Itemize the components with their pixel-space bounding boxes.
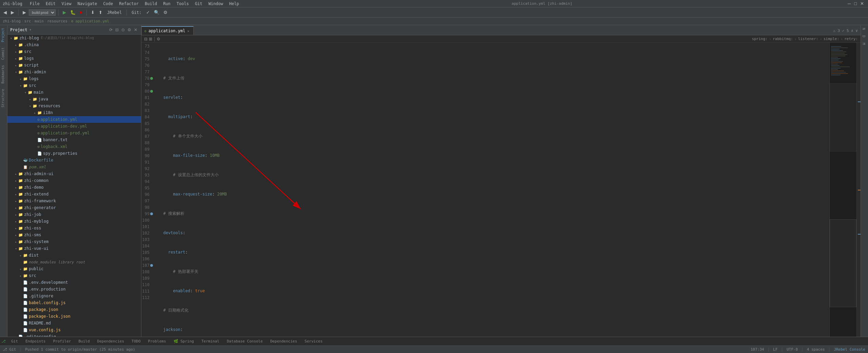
- run-button[interactable]: ▶: [61, 9, 67, 16]
- tree-item-pom-xml[interactable]: 📋 pom.xml: [7, 164, 141, 170]
- tree-item-application-dev-yml[interactable]: ⚙ application-dev.yml: [7, 123, 141, 130]
- menu-tools[interactable]: Tools: [174, 1, 192, 7]
- tree-item-admin-resources[interactable]: ▾ 📁 resources: [7, 103, 141, 109]
- tree-item-package-json[interactable]: 📄 package.json: [7, 306, 141, 313]
- tree-item-zhi-oss[interactable]: ▸ 📁 zhi-oss: [7, 225, 141, 231]
- tree-item-zhi-demo[interactable]: ▸ 📁 zhi-demo: [7, 184, 141, 191]
- tree-item-zhi-framework[interactable]: ▸ 📁 zhi-framework: [7, 198, 141, 204]
- menu-view[interactable]: View: [59, 1, 74, 7]
- tab-application-yml[interactable]: ⚙ application.yml ✕: [141, 26, 194, 35]
- menu-refactor[interactable]: Refactor: [116, 1, 141, 7]
- search-button[interactable]: 🔍: [153, 9, 161, 16]
- tree-item-admin-src[interactable]: ▾ 📁 src: [7, 82, 141, 89]
- back-button[interactable]: ◀: [2, 9, 8, 16]
- menu-build[interactable]: Build: [142, 1, 160, 7]
- struct-rabbitmq[interactable]: rabbitmq:: [773, 37, 793, 41]
- vtab-notifications[interactable]: N: [861, 25, 868, 33]
- tree-item-zhi-myblog[interactable]: ▸ 📁 zhi-myblog: [7, 218, 141, 225]
- build-config-select[interactable]: build:prod: [29, 10, 56, 16]
- menu-window[interactable]: Window: [206, 1, 226, 7]
- tab-close-icon[interactable]: ✕: [187, 29, 189, 33]
- ed-settings-button[interactable]: ⚙: [157, 37, 160, 41]
- tree-item-zhi-admin[interactable]: ▾ 📁 zhi-admin: [7, 69, 141, 75]
- tree-item-package-lock[interactable]: 📄 package-lock.json: [7, 313, 141, 320]
- menu-git[interactable]: Git: [192, 1, 205, 7]
- vtab-bookmarks[interactable]: Bookmarks: [0, 62, 7, 86]
- tree-item-dockerfile[interactable]: 🐳 Dockerfile: [7, 157, 141, 164]
- tree-item-src-root[interactable]: ▸ 📁 src: [7, 48, 141, 55]
- bottom-tab-build[interactable]: Build: [75, 338, 93, 345]
- bottom-tab-terminal[interactable]: Terminal: [198, 338, 223, 345]
- bottom-tab-db-console[interactable]: Database Console: [223, 338, 266, 345]
- bottom-tab-endpoints[interactable]: Endpoints: [22, 338, 49, 345]
- run-config-button[interactable]: ▶: [21, 9, 27, 16]
- tree-item-admin-logs[interactable]: ▸ 📁 logs: [7, 75, 141, 82]
- tree-item-vueconfig[interactable]: 📄 vue.config.js: [7, 327, 141, 333]
- tree-item-babel[interactable]: 📄 babel.config.js: [7, 299, 141, 306]
- settings-proj-button[interactable]: ⚙: [126, 27, 132, 33]
- tree-item-zhi-system[interactable]: ▸ 📁 zhi-system: [7, 238, 141, 245]
- bottom-tab-todo[interactable]: TODO: [128, 338, 144, 345]
- bottom-tab-dependencies[interactable]: Dependencies: [94, 338, 127, 345]
- bottom-tab-git[interactable]: Git: [8, 338, 21, 345]
- bottom-tab-profiler[interactable]: Profiler: [50, 338, 74, 345]
- menu-run[interactable]: Run: [160, 1, 173, 7]
- close-button[interactable]: ✕: [859, 0, 865, 7]
- tree-item-banner-txt[interactable]: 📄 banner.txt: [7, 136, 141, 143]
- debug-button[interactable]: 🐛: [69, 9, 77, 16]
- hide-panel-button[interactable]: ✕: [133, 27, 138, 33]
- tree-item-admin-java[interactable]: ▸ 📁 java: [7, 96, 141, 103]
- bottom-tab-services[interactable]: Services: [301, 338, 326, 345]
- tree-item-env-dev[interactable]: 📄 .env.development: [7, 279, 141, 286]
- collapse-all-button[interactable]: ⊟: [114, 27, 120, 33]
- commit-button[interactable]: ✓: [145, 9, 151, 16]
- tree-item-env-prod[interactable]: 📄 .env.production: [7, 286, 141, 293]
- vtab-structure[interactable]: Structure: [0, 86, 7, 110]
- locate-button[interactable]: ⊙: [120, 27, 126, 33]
- tree-item-zhi-job[interactable]: ▸ 📁 zhi-job: [7, 211, 141, 218]
- tree-item-editorconfig[interactable]: 📄 .editorconfig: [7, 333, 141, 337]
- tree-item-zhi-generator[interactable]: ▸ 📁 zhi-generator: [7, 204, 141, 211]
- minimize-button[interactable]: ─: [846, 0, 852, 7]
- tree-item-zhi-blog[interactable]: ▾ 📁 zhi-blog E:/桌面目/tiz-blog/zhi-blog: [7, 35, 141, 41]
- vtab-maven[interactable]: M: [861, 40, 868, 48]
- struct-simple[interactable]: simple:: [824, 37, 839, 41]
- forward-button[interactable]: ▶: [9, 9, 16, 16]
- tree-item-public[interactable]: ▸ 📁 public: [7, 265, 141, 272]
- menu-file[interactable]: File: [27, 1, 42, 7]
- tree-item-china[interactable]: ▸ 📁 .china: [7, 41, 141, 48]
- bottom-tab-spring[interactable]: 🌿 Spring: [170, 338, 197, 345]
- struct-spring[interactable]: spring:: [752, 37, 767, 41]
- git-push-button[interactable]: ⬆: [97, 9, 104, 16]
- tree-item-src-vue[interactable]: ▸ 📁 src: [7, 272, 141, 279]
- menu-help[interactable]: Help: [226, 1, 242, 7]
- struct-listener[interactable]: listener:: [798, 37, 818, 41]
- tree-item-zhi-common[interactable]: ▸ 📁 zhi-common: [7, 177, 141, 184]
- tree-item-zhi-vue-ui[interactable]: ▾ 📁 zhi-vue-ui: [7, 245, 141, 252]
- tree-item-dist[interactable]: ▸ 📁 dist: [7, 252, 141, 259]
- vtab-database[interactable]: D: [861, 33, 868, 40]
- tree-item-i18n[interactable]: ▸ 📁 i18n: [7, 109, 141, 116]
- tree-item-spy-properties[interactable]: 📄 spy.properties: [7, 150, 141, 157]
- tree-item-readme[interactable]: 📄 README.md: [7, 320, 141, 327]
- unfold-all-button[interactable]: ⊞: [149, 37, 152, 41]
- tree-item-node-modules[interactable]: 📁 node_modules library root: [7, 259, 141, 265]
- code-content[interactable]: active: dev # 文件上传 servlet: multipart: #…: [154, 43, 829, 337]
- bottom-tab-dependencies2[interactable]: Dependencies: [267, 338, 300, 345]
- fold-all-button[interactable]: ⊟: [144, 37, 147, 41]
- tree-item-script[interactable]: ▸ 📁 script: [7, 62, 141, 69]
- tree-item-zhi-extend[interactable]: ▸ 📁 zhi-extend: [7, 191, 141, 198]
- tree-item-admin-main[interactable]: ▾ 📁 main: [7, 89, 141, 96]
- git-update-button[interactable]: ⬇: [90, 9, 96, 16]
- tree-item-logback-xml[interactable]: ⚙ logback.xml: [7, 143, 141, 150]
- vtab-commit[interactable]: Commit: [0, 45, 7, 62]
- sync-button[interactable]: ⟳: [108, 27, 114, 33]
- tree-item-application-prod-yml[interactable]: ⚙ application-prod.yml: [7, 130, 141, 136]
- tree-item-zhi-admin-ui[interactable]: ▸ 📁 zhi-admin-ui: [7, 170, 141, 177]
- vtab-project[interactable]: Project: [0, 25, 7, 45]
- menu-code[interactable]: Code: [100, 1, 116, 7]
- tree-item-logs[interactable]: ▸ 📁 logs: [7, 55, 141, 62]
- tree-item-application-yml[interactable]: ⚙ application.yml: [7, 116, 141, 123]
- bottom-tab-problems[interactable]: Problems: [145, 338, 170, 345]
- stop-button[interactable]: ■: [78, 9, 84, 16]
